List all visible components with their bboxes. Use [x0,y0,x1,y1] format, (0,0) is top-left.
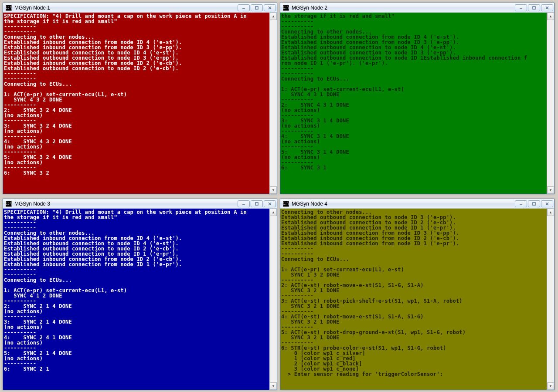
console-output[interactable]: SPECIFICATION: "4) Drill and mount a cap… [3,209,269,390]
svg-rect-5 [533,7,535,9]
terminal-window-2: C:\ MGSyn Node 2 the storage if it is re… [280,3,555,194]
minimize-button[interactable] [238,200,250,207]
minimize-button[interactable] [238,4,250,11]
close-button[interactable] [264,200,276,207]
window-title: MGSyn Node 4 [292,201,515,207]
titlebar[interactable]: C:\ MGSyn Node 2 [280,3,554,13]
scrollbar[interactable]: ▲ ▼ [547,209,554,390]
terminal-window-4: C:\ MGSyn Node 4 Connecting to other nod… [280,199,555,390]
window-controls [238,4,276,11]
titlebar[interactable]: C:\ MGSyn Node 4 [280,199,554,209]
scroll-up-button[interactable]: ▲ [547,209,554,216]
scroll-down-button[interactable]: ▼ [547,382,554,390]
maximize-button[interactable] [528,200,540,207]
close-button[interactable] [264,4,276,11]
scroll-up-button[interactable]: ▲ [270,13,277,20]
scrollbar[interactable]: ▲ ▼ [269,13,277,194]
close-button[interactable] [541,4,553,11]
minimize-button[interactable] [515,200,527,207]
svg-rect-9 [255,203,258,205]
close-button[interactable] [541,200,553,207]
svg-rect-1 [255,7,258,9]
terminal-window-1: C:\ MGSyn Node 1 SPECIFICATION: "4) Dril… [3,3,277,194]
console-output[interactable]: the storage if it is red and small" ----… [280,13,547,194]
console-output[interactable]: Connecting to other nodes... Established… [280,209,547,390]
cmd-icon: C:\ [6,201,12,207]
cmd-icon: C:\ [283,201,289,207]
cmd-icon: C:\ [6,5,12,11]
titlebar[interactable]: C:\ MGSyn Node 1 [3,3,277,13]
scroll-up-button[interactable]: ▲ [270,209,277,216]
maximize-button[interactable] [528,4,540,11]
scroll-down-button[interactable]: ▼ [270,382,277,390]
window-title: MGSyn Node 2 [292,5,515,11]
scroll-down-button[interactable]: ▼ [270,186,277,194]
window-controls [238,200,276,207]
cmd-icon: C:\ [283,5,289,11]
titlebar[interactable]: C:\ MGSyn Node 3 [3,199,277,209]
maximize-button[interactable] [251,4,263,11]
window-controls [515,4,553,11]
window-title: MGSyn Node 1 [14,5,238,11]
minimize-button[interactable] [515,4,527,11]
scroll-up-button[interactable]: ▲ [547,13,554,20]
terminal-window-3: C:\ MGSyn Node 3 SPECIFICATION: "4) Dril… [3,199,277,390]
scrollbar[interactable]: ▲ ▼ [269,209,277,390]
console-output[interactable]: SPECIFICATION: "4) Drill and mount a cap… [3,13,269,194]
scrollbar[interactable]: ▲ ▼ [547,13,554,194]
maximize-button[interactable] [251,200,263,207]
window-controls [515,200,553,207]
scroll-down-button[interactable]: ▼ [547,186,554,194]
svg-rect-13 [533,203,535,205]
window-title: MGSyn Node 3 [14,201,238,207]
